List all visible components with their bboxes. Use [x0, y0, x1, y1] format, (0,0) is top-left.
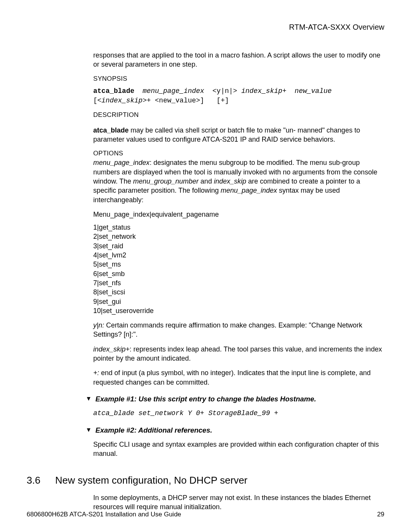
description-paragraph: atca_blade may be called via shell scrip…	[93, 126, 384, 144]
options-lead: menu_page_index	[93, 159, 150, 166]
synopsis-yn: <y|n|>	[212, 87, 237, 95]
page-footer: 6806800H62B ATCA-S201 Installation and U…	[27, 511, 384, 518]
menu-item: 8|set_iscsi	[93, 288, 384, 297]
synopsis-arg1: menu_page_index	[143, 87, 204, 95]
triangle-icon: ▼	[86, 395, 92, 403]
section-number: 3.6	[27, 474, 55, 487]
options-mid: and	[199, 177, 214, 185]
menu-item: 4|set_lvm2	[93, 251, 384, 260]
description-rest: may be called via shell script or batch …	[93, 126, 360, 143]
section-text: In some deployments, a DHCP server may n…	[93, 493, 384, 512]
idx-text: : represents index leap ahead. The tool …	[93, 345, 382, 362]
menu-item: 1|get_status	[93, 223, 384, 232]
example1-row: ▼ Example #1: Use this script entry to c…	[86, 395, 384, 404]
options-i3: menu_page_index	[221, 187, 277, 194]
yn-text: Certain commands require affirmation to …	[93, 321, 362, 338]
synopsis-arg2: index_skip	[241, 87, 282, 95]
synopsis-line1: atca_blade menu_page_index <y|n|> index_…	[93, 86, 384, 96]
plus-paragraph: +: end of input (a plus symbol, with no …	[93, 368, 384, 387]
example1-title: Example #1: Use this script entry to cha…	[96, 395, 316, 404]
synopsis-cmd: atca_blade	[93, 87, 134, 95]
section-title: New system configuration, No DHCP server	[55, 474, 247, 487]
example2-row: ▼ Example #2: Additional references.	[86, 426, 384, 435]
menu-item: 7|set_nfs	[93, 278, 384, 288]
idx-paragraph: index_skip+: represents index leap ahead…	[93, 345, 384, 363]
section-heading: 3.6 New system configuration, No DHCP se…	[27, 474, 384, 487]
options-i1: menu_group_number	[133, 177, 199, 185]
intro-paragraph: responses that are applied to the tool i…	[93, 51, 384, 69]
example1-code: atca_blade set_network Y 0+ StorageBlade…	[93, 409, 384, 418]
menu-header: Menu_page_index|equivalent_pagename	[93, 210, 384, 219]
synopsis-arg3: new_value	[295, 87, 331, 95]
synopsis-line2: [<index_skip>+ <new_value>] [+]	[93, 96, 384, 105]
synopsis-label: SYNOPSIS	[93, 75, 384, 83]
example2-text: Specific CLI usage and syntax examples a…	[93, 440, 384, 459]
menu-item: 9|set_gui	[93, 297, 384, 306]
page-content: responses that are applied to the tool i…	[93, 51, 384, 511]
synopsis-l2a: [<	[93, 97, 102, 104]
synopsis-l2d: [+]	[217, 97, 229, 104]
options-intro: menu_page_index: designates the menu sub…	[93, 158, 384, 204]
header-title: RTM-ATCA-SXXX Overview	[289, 23, 384, 31]
synopsis-l2b: index_skip	[102, 97, 143, 104]
footer-right: 29	[377, 511, 384, 518]
plus-text: end of input (a plus symbol, with no int…	[93, 369, 371, 386]
menu-item: 6|set_smb	[93, 269, 384, 278]
yn-paragraph: y|n: Certain commands require affirmatio…	[93, 321, 384, 339]
idx-lead: index_skip+	[93, 345, 130, 353]
example2-title: Example #2: Additional references.	[96, 426, 212, 435]
menu-item: 5|set_ms	[93, 260, 384, 269]
synopsis-l2c: >+ <new_value>]	[143, 97, 204, 104]
synopsis-code: atca_blade menu_page_index <y|n|> index_…	[93, 86, 384, 105]
page-header: RTM-ATCA-SXXX Overview	[27, 23, 384, 32]
example1-code-text: atca_blade set_network Y 0+ StorageBlade…	[93, 409, 278, 417]
description-label: DESCRIPTION	[93, 111, 384, 120]
menu-item: 10|set_useroverride	[93, 306, 384, 315]
options-label: OPTIONS	[93, 149, 384, 158]
footer-left: 6806800H62B ATCA-S201 Installation and U…	[27, 511, 181, 518]
yn-lead: y|n:	[93, 321, 104, 329]
menu-list: 1|get_status 2|set_network 3|set_raid 4|…	[93, 223, 384, 315]
triangle-icon: ▼	[86, 426, 92, 434]
menu-item: 2|set_network	[93, 232, 384, 241]
synopsis-plus1: +	[282, 87, 287, 95]
menu-item: 3|set_raid	[93, 241, 384, 251]
options-i2: index_skip	[214, 177, 246, 185]
plus-lead: +:	[93, 369, 99, 377]
description-lead: atca_blade	[93, 126, 129, 134]
